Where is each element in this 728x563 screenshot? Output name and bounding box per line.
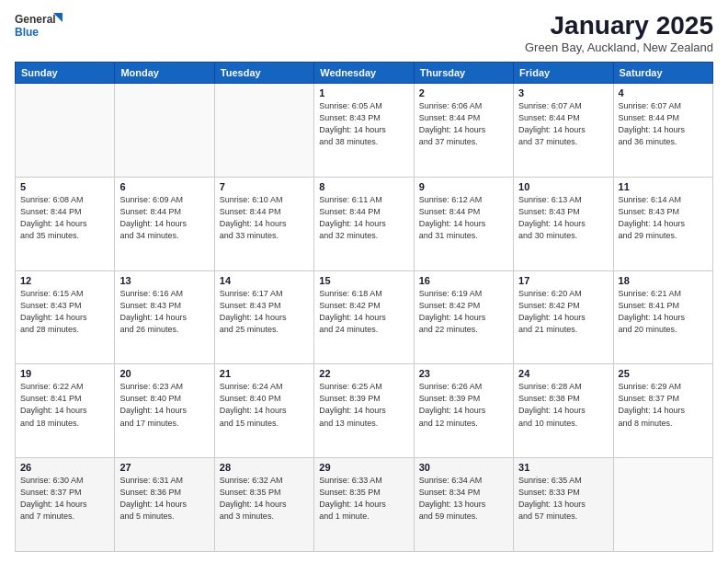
day-info: Sunrise: 6:24 AMSunset: 8:40 PMDaylight:… bbox=[220, 381, 309, 429]
table-row: 27Sunrise: 6:31 AMSunset: 8:36 PMDayligh… bbox=[115, 458, 214, 552]
day-number: 1 bbox=[319, 87, 408, 98]
day-info: Sunrise: 6:25 AMSunset: 8:39 PMDaylight:… bbox=[319, 381, 408, 429]
day-number: 22 bbox=[319, 368, 408, 379]
day-info: Sunrise: 6:28 AMSunset: 8:38 PMDaylight:… bbox=[518, 381, 608, 429]
day-number: 17 bbox=[518, 275, 608, 286]
day-number: 9 bbox=[419, 181, 508, 192]
table-row: 25Sunrise: 6:29 AMSunset: 8:37 PMDayligh… bbox=[613, 364, 712, 458]
table-row: 29Sunrise: 6:33 AMSunset: 8:35 PMDayligh… bbox=[314, 458, 414, 552]
day-number: 7 bbox=[220, 181, 309, 192]
day-number: 16 bbox=[419, 275, 508, 286]
calendar-week-row: 26Sunrise: 6:30 AMSunset: 8:37 PMDayligh… bbox=[16, 458, 713, 552]
day-number: 25 bbox=[619, 368, 708, 379]
day-number: 6 bbox=[119, 181, 209, 192]
day-number: 3 bbox=[518, 87, 608, 98]
day-info: Sunrise: 6:19 AMSunset: 8:42 PMDaylight:… bbox=[419, 288, 508, 336]
calendar-week-row: 12Sunrise: 6:15 AMSunset: 8:43 PMDayligh… bbox=[16, 270, 713, 364]
table-row: 20Sunrise: 6:23 AMSunset: 8:40 PMDayligh… bbox=[115, 364, 214, 458]
table-row: 22Sunrise: 6:25 AMSunset: 8:39 PMDayligh… bbox=[314, 364, 414, 458]
table-row: 6Sunrise: 6:09 AMSunset: 8:44 PMDaylight… bbox=[115, 177, 214, 270]
day-number: 28 bbox=[220, 462, 309, 473]
table-row: 23Sunrise: 6:26 AMSunset: 8:39 PMDayligh… bbox=[414, 364, 513, 458]
day-info: Sunrise: 6:06 AMSunset: 8:44 PMDaylight:… bbox=[419, 100, 508, 148]
day-info: Sunrise: 6:07 AMSunset: 8:44 PMDaylight:… bbox=[619, 100, 708, 148]
table-row: 24Sunrise: 6:28 AMSunset: 8:38 PMDayligh… bbox=[514, 364, 613, 458]
day-info: Sunrise: 6:13 AMSunset: 8:43 PMDaylight:… bbox=[518, 194, 608, 242]
table-row: 14Sunrise: 6:17 AMSunset: 8:43 PMDayligh… bbox=[214, 270, 313, 364]
day-info: Sunrise: 6:11 AMSunset: 8:44 PMDaylight:… bbox=[319, 194, 408, 242]
day-number: 26 bbox=[20, 462, 109, 473]
table-row: 30Sunrise: 6:34 AMSunset: 8:34 PMDayligh… bbox=[414, 458, 513, 552]
col-monday: Monday bbox=[115, 63, 214, 84]
table-row bbox=[115, 84, 214, 178]
subtitle: Green Bay, Auckland, New Zealand bbox=[525, 40, 713, 54]
col-tuesday: Tuesday bbox=[214, 63, 313, 84]
day-number: 2 bbox=[419, 87, 508, 98]
table-row: 12Sunrise: 6:15 AMSunset: 8:43 PMDayligh… bbox=[16, 270, 115, 364]
day-number: 4 bbox=[619, 87, 708, 98]
day-info: Sunrise: 6:32 AMSunset: 8:35 PMDaylight:… bbox=[220, 475, 309, 523]
day-info: Sunrise: 6:20 AMSunset: 8:42 PMDaylight:… bbox=[518, 288, 608, 336]
table-row: 15Sunrise: 6:18 AMSunset: 8:42 PMDayligh… bbox=[314, 270, 414, 364]
day-number: 12 bbox=[20, 275, 109, 286]
day-number: 23 bbox=[419, 368, 508, 379]
table-row: 9Sunrise: 6:12 AMSunset: 8:44 PMDaylight… bbox=[414, 177, 513, 270]
day-number: 20 bbox=[119, 368, 209, 379]
day-info: Sunrise: 6:30 AMSunset: 8:37 PMDaylight:… bbox=[20, 475, 109, 523]
table-row: 8Sunrise: 6:11 AMSunset: 8:44 PMDaylight… bbox=[314, 177, 414, 270]
day-info: Sunrise: 6:34 AMSunset: 8:34 PMDaylight:… bbox=[419, 475, 508, 523]
day-info: Sunrise: 6:16 AMSunset: 8:43 PMDaylight:… bbox=[119, 288, 209, 336]
day-info: Sunrise: 6:15 AMSunset: 8:43 PMDaylight:… bbox=[20, 288, 109, 336]
table-row: 2Sunrise: 6:06 AMSunset: 8:44 PMDaylight… bbox=[414, 84, 513, 178]
day-number: 19 bbox=[20, 368, 109, 379]
day-number: 5 bbox=[20, 181, 109, 192]
day-number: 27 bbox=[119, 462, 209, 473]
table-row: 3Sunrise: 6:07 AMSunset: 8:44 PMDaylight… bbox=[514, 84, 613, 178]
table-row bbox=[613, 458, 712, 552]
table-row: 11Sunrise: 6:14 AMSunset: 8:43 PMDayligh… bbox=[613, 177, 712, 270]
table-row: 31Sunrise: 6:35 AMSunset: 8:33 PMDayligh… bbox=[514, 458, 613, 552]
day-number: 8 bbox=[319, 181, 408, 192]
day-info: Sunrise: 6:12 AMSunset: 8:44 PMDaylight:… bbox=[419, 194, 508, 242]
day-number: 11 bbox=[619, 181, 708, 192]
calendar-week-row: 1Sunrise: 6:05 AMSunset: 8:43 PMDaylight… bbox=[16, 84, 713, 178]
day-info: Sunrise: 6:09 AMSunset: 8:44 PMDaylight:… bbox=[119, 194, 209, 242]
table-row: 13Sunrise: 6:16 AMSunset: 8:43 PMDayligh… bbox=[115, 270, 214, 364]
col-saturday: Saturday bbox=[613, 63, 712, 84]
day-number: 14 bbox=[220, 275, 309, 286]
day-info: Sunrise: 6:17 AMSunset: 8:43 PMDaylight:… bbox=[220, 288, 309, 336]
main-title: January 2025 bbox=[525, 11, 713, 40]
table-row: 16Sunrise: 6:19 AMSunset: 8:42 PMDayligh… bbox=[414, 270, 513, 364]
table-row: 19Sunrise: 6:22 AMSunset: 8:41 PMDayligh… bbox=[16, 364, 115, 458]
day-number: 30 bbox=[419, 462, 508, 473]
svg-text:General: General bbox=[15, 13, 56, 26]
day-info: Sunrise: 6:18 AMSunset: 8:42 PMDaylight:… bbox=[319, 288, 408, 336]
title-block: January 2025 Green Bay, Auckland, New Ze… bbox=[525, 11, 713, 54]
table-row: 18Sunrise: 6:21 AMSunset: 8:41 PMDayligh… bbox=[613, 270, 712, 364]
day-number: 24 bbox=[518, 368, 608, 379]
table-row: 26Sunrise: 6:30 AMSunset: 8:37 PMDayligh… bbox=[16, 458, 115, 552]
table-row bbox=[16, 84, 115, 178]
header: General Blue January 2025 Green Bay, Auc… bbox=[15, 11, 713, 54]
day-info: Sunrise: 6:21 AMSunset: 8:41 PMDaylight:… bbox=[619, 288, 708, 336]
col-thursday: Thursday bbox=[414, 63, 513, 84]
day-info: Sunrise: 6:14 AMSunset: 8:43 PMDaylight:… bbox=[619, 194, 708, 242]
table-row: 1Sunrise: 6:05 AMSunset: 8:43 PMDaylight… bbox=[314, 84, 414, 178]
svg-text:Blue: Blue bbox=[15, 26, 39, 39]
table-row: 5Sunrise: 6:08 AMSunset: 8:44 PMDaylight… bbox=[16, 177, 115, 270]
calendar-week-row: 5Sunrise: 6:08 AMSunset: 8:44 PMDaylight… bbox=[16, 177, 713, 270]
day-number: 15 bbox=[319, 275, 408, 286]
day-number: 29 bbox=[319, 462, 408, 473]
day-info: Sunrise: 6:31 AMSunset: 8:36 PMDaylight:… bbox=[119, 475, 209, 523]
calendar-header-row: Sunday Monday Tuesday Wednesday Thursday… bbox=[16, 63, 713, 84]
day-number: 18 bbox=[619, 275, 708, 286]
logo: General Blue bbox=[15, 11, 65, 40]
day-info: Sunrise: 6:23 AMSunset: 8:40 PMDaylight:… bbox=[119, 381, 209, 429]
table-row bbox=[214, 84, 313, 178]
col-friday: Friday bbox=[514, 63, 613, 84]
day-number: 31 bbox=[518, 462, 608, 473]
table-row: 7Sunrise: 6:10 AMSunset: 8:44 PMDaylight… bbox=[214, 177, 313, 270]
day-info: Sunrise: 6:35 AMSunset: 8:33 PMDaylight:… bbox=[518, 475, 608, 523]
page: General Blue January 2025 Green Bay, Auc… bbox=[0, 0, 728, 563]
day-number: 13 bbox=[119, 275, 209, 286]
